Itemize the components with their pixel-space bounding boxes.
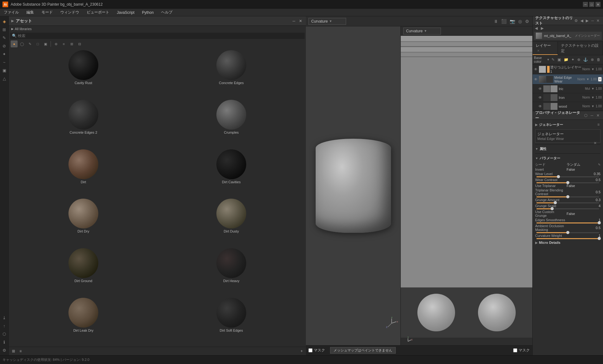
filter-material[interactable]: ◯ [19,40,25,47]
gen-slider-grunge-amount[interactable] [535,202,600,203]
add-effect-btn[interactable]: ✦ [570,57,576,62]
layer-close-metal[interactable]: ✕ [598,77,602,82]
sidebar-icon-layers[interactable]: ⊞ [1,26,8,33]
sidebar-icon-smudge[interactable]: ~ [1,58,8,66]
menu-mode[interactable]: モード [40,9,54,16]
texture-set-nav-forward[interactable]: ▶ [585,18,589,23]
slider-track-grunge-amount[interactable] [536,202,599,203]
layer-item-iron[interactable]: 👁 Iron Norm ▼ 1.00 [533,93,603,102]
asset-grid-view-btn[interactable]: ⊞ [11,348,16,354]
sidebar-icon-clone[interactable]: ✦ [1,50,8,58]
asset-item-dirt-dusty[interactable]: Dirt Dusty [158,198,305,246]
asset-item-concrete-edges-2[interactable]: Concrete Edges 2 [10,99,157,147]
asset-item-dirt-ground[interactable]: Dirt Ground [10,248,157,296]
filter-all[interactable]: ● [11,40,18,47]
texture-set-controls[interactable]: ⚙ ◀ ▶ ─ ✕ [573,18,600,23]
render-btn[interactable]: ◎ [518,18,523,24]
slider-thumb-curvature[interactable] [598,237,601,240]
gen-expand-btn[interactable]: ⬡ [583,113,588,118]
assets-minimize-btn[interactable]: ─ [291,18,296,24]
filter-view-grid[interactable]: ⊞ [68,40,75,47]
assets-close-btn[interactable]: ✕ [298,18,303,24]
close-button[interactable]: ✕ [595,2,600,7]
gen-close-btn[interactable]: ✕ [595,113,600,118]
3d-viewport[interactable]: X Y Z [306,26,400,345]
slider-track-triplanar-blend[interactable] [536,196,599,197]
tab-layers[interactable]: レイヤー ✕ [533,42,558,55]
asset-item-dirt-leak-dry[interactable]: Dirt Leak Dry [10,297,157,345]
sidebar-icon-settings[interactable]: ⚙ [1,346,8,354]
sidebar-icon-erase[interactable]: ⊘ [1,42,8,50]
sidebar-icon-assets[interactable]: ◈ [1,18,8,25]
asset-item-dirt[interactable]: Dirt [10,149,157,197]
add-paint-layer-btn[interactable]: ✎ [550,57,556,62]
texture-set-settings-btn[interactable]: ⚙ [573,18,579,23]
asset-item-dirt-heavy[interactable]: Dirt Heavy [158,248,305,296]
viewport-settings-btn[interactable]: ⚙ [524,18,530,24]
texture-set-close[interactable]: ✕ [595,18,600,23]
slider-thumb-edges-smooth[interactable] [598,221,601,224]
texture-set-nav-back[interactable]: ◀ [579,18,584,23]
slider-thumb-wear-contrast[interactable] [566,181,569,184]
gen-section-title[interactable]: ▶ ジェネレーター ≡ [535,121,600,128]
gen-properties-title[interactable]: ▼ 属性 [535,146,600,152]
asset-add-btn[interactable]: + [299,348,304,354]
menu-help[interactable]: ヘルプ [160,9,174,16]
gen-seed-edit[interactable]: ✎ [598,163,600,166]
filter-view-circle[interactable]: ⊛ [52,40,59,47]
left-viewport-dropdown[interactable]: Curvature ▼ [308,18,346,25]
slider-thumb-ao[interactable] [566,231,569,234]
slider-track-wear-level[interactable] [536,176,599,177]
asset-item-crumples[interactable]: Crumples [158,99,305,147]
gen-slider-curvature[interactable] [535,238,600,239]
assets-panel-controls[interactable]: ─ ✕ [291,18,303,24]
assets-breadcrumb[interactable]: ▶ All libraries [9,26,306,32]
slider-thumb-wear-level[interactable] [557,175,560,178]
layer-vis-fill[interactable]: 👁 [534,67,538,72]
bake-btn[interactable]: ⊕ [576,57,582,62]
right-viewport-dropdown[interactable]: Curvature ▼ [403,28,441,35]
menu-file[interactable]: ファイル [3,9,20,16]
slider-track-ao[interactable] [536,232,599,233]
menu-window[interactable]: ウィンドウ [59,9,80,16]
search-input[interactable] [18,34,303,38]
slider-thumb-grunge-amount[interactable] [554,201,557,204]
slider-track-grunge-scale[interactable] [536,208,599,209]
gen-list-btn[interactable]: ≡ [596,122,600,127]
gen-slider-wear-contrast[interactable] [535,182,600,183]
layer-vis-iron[interactable]: 👁 [538,95,542,100]
layer-item-metal-edge[interactable]: 👁 Metal Edge Wear Norm ▼ 1.00 ✕ [533,74,603,84]
layer-item-wood[interactable]: 👁 wood Norm ▼ 1.00 [533,102,603,111]
menu-python[interactable]: Python [141,10,155,15]
sidebar-icon-fill[interactable]: ▣ [1,67,8,74]
gen-remove-btn[interactable]: ✕ [593,141,598,146]
sidebar-icon-paint[interactable]: ✎ [1,34,8,41]
layer-item-iric[interactable]: 👁 Iric Mul ▼ 1.00 [533,84,603,93]
menu-javascript[interactable]: JavaScript [116,10,136,15]
gen-slider-triplanar-blend[interactable] [535,196,600,197]
asset-item-concrete-edges[interactable]: Concrete Edges [158,50,305,98]
pause-btn[interactable]: ⏸ [493,18,499,24]
slider-track-edges-smooth[interactable] [536,222,599,223]
3d-view-btn[interactable]: ⬛ [501,18,507,24]
mask-checkbox-right[interactable] [513,348,517,352]
tab-layers-close[interactable]: ✕ [537,49,540,52]
sidebar-icon-render[interactable]: ⬡ [1,330,8,338]
asset-list-view-btn[interactable]: ≡ [18,348,23,354]
gen-minimize-btn[interactable]: ─ [589,113,594,118]
layer-vis-wood[interactable]: 👁 [538,104,542,109]
sidebar-icon-sharpen[interactable]: △ [1,75,8,82]
asset-item-dirt-dry[interactable]: Dirt Dry [10,198,157,246]
layer-vis-metal[interactable]: 👁 [534,77,538,82]
slider-thumb-triplanar-blend[interactable] [566,195,569,198]
asset-item-dirt-cavities[interactable]: Dirt Cavities [158,149,305,197]
texture-set-item[interactable]: mt_obj_barrel_A_ メインシェーダー [534,32,602,40]
maximize-button[interactable]: □ [589,2,594,7]
slider-track-curvature[interactable] [536,238,599,239]
slider-track-wear-contrast[interactable] [536,182,599,183]
gen-slider-grunge-scale[interactable] [535,208,600,209]
anchor-btn[interactable]: ⚓ [582,57,589,62]
add-fill-layer-btn[interactable]: ▣ [556,57,562,62]
add-folder-btn[interactable]: 📁 [562,57,570,62]
asset-item-dirt-soft-edges[interactable]: Dirt Soft Edges [158,297,305,345]
